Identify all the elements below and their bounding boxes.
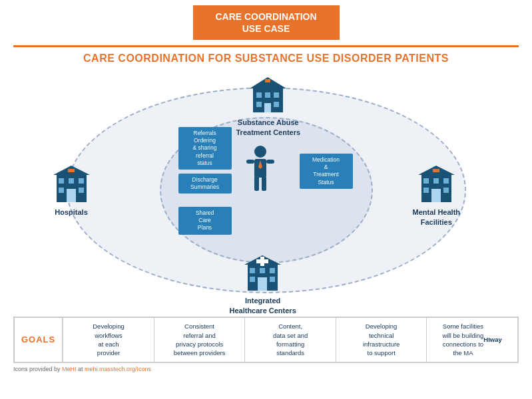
svg-rect-40 [270,277,275,282]
svg-marker-8 [250,77,286,88]
svg-rect-10 [265,92,270,98]
mental-health-label: Mental Health Facilities [413,207,461,227]
svg-rect-39 [250,277,255,282]
hospitals-label: Hospitals [53,207,90,217]
integrated-healthcare-node: Integrated Healthcare Centers [230,253,296,315]
svg-rect-4 [262,176,266,191]
substance-abuse-node: Substance Abuse Treatment Centers [236,74,301,137]
goal-item-3: Content,data set andformattingstandards [245,318,336,361]
goals-section: GOALS Developingworkflowsat eachprovider… [13,317,519,362]
svg-rect-21 [59,188,64,193]
substance-label: Substance Abuse Treatment Centers [236,118,301,137]
svg-rect-41 [258,277,267,291]
footer: Icons provided by MeHI at mehi.masstech.… [13,366,519,372]
svg-rect-29 [443,178,449,184]
svg-rect-13 [274,102,279,107]
svg-rect-19 [69,178,74,184]
svg-rect-11 [274,92,279,98]
svg-rect-43 [256,259,268,263]
goal-item-5: Some facilitieswill be buildingconnectio… [427,318,517,361]
discharge-box: DischargeSummaries [178,174,232,194]
integrated-label: Integrated Healthcare Centers [230,296,296,315]
svg-rect-38 [270,268,275,273]
svg-rect-6 [266,160,274,164]
svg-rect-5 [246,160,254,164]
header-title: CARE COORDINATION [215,11,316,22]
diagram-area: ReferralsOrdering& sharingreferralstatus… [13,67,519,313]
medication-box: Medication&TreatmentStatus [300,154,353,188]
svg-rect-3 [254,176,259,191]
svg-rect-24 [68,169,75,172]
svg-rect-9 [256,92,262,98]
svg-rect-20 [79,178,84,184]
svg-rect-15 [265,79,270,82]
svg-rect-22 [79,188,84,193]
svg-rect-12 [256,102,262,107]
svg-rect-37 [260,268,265,273]
referrals-box: ReferralsOrdering& sharingreferralstatus [178,127,232,169]
svg-rect-18 [59,178,64,184]
mehi-link[interactable]: MeHI [62,366,77,372]
mental-health-node: Mental Health Facilities [413,164,461,227]
goal-item-4: Developingtechnicalinfrastructureto supp… [336,318,427,361]
svg-rect-33 [433,169,439,172]
svg-rect-28 [433,178,439,184]
svg-rect-27 [423,178,429,184]
header-title-line2: USE CASE [242,23,290,34]
shared-care-box: SharedCarePlans [178,207,232,234]
center-person-icon [243,144,278,196]
header-banner: CARE COORDINATION USE CASE [193,5,340,40]
svg-point-0 [254,146,266,158]
svg-rect-23 [67,189,76,202]
svg-rect-31 [443,188,449,193]
page-subtitle: CARE COORDINATION FOR SUBSTANCE USE DISO… [7,53,525,65]
svg-rect-14 [264,103,271,112]
goal-item-2: Consistentreferral andprivacy protocolsb… [154,318,246,361]
mehi-url-link[interactable]: mehi.masstech.org/Icons [85,366,151,372]
goals-label: GOALS [15,318,63,361]
hospitals-node: Hospitals [53,164,90,217]
svg-rect-36 [250,268,255,273]
svg-rect-30 [423,188,429,193]
orange-divider [13,45,519,47]
svg-rect-32 [431,189,441,202]
goal-item-1: Developingworkflowsat eachprovider [63,318,154,361]
